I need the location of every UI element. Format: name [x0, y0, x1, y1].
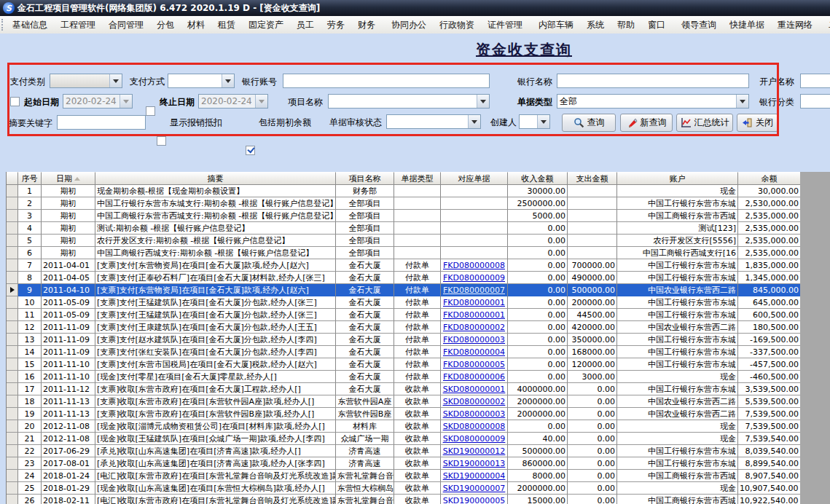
query-button[interactable]: 查询: [562, 114, 616, 132]
chevron-down-icon[interactable]: [477, 95, 489, 108]
doc-link[interactable]: FKD080000009: [443, 273, 505, 283]
table-row[interactable]: 242018-01-24[电汇]收取[东营市政府]在项目[东营礼堂舞台音响及灯光…: [7, 470, 801, 482]
menu-item-材料[interactable]: 材料: [181, 20, 211, 30]
chevron-down-icon[interactable]: [109, 74, 122, 87]
doc-link[interactable]: FKD080000003: [443, 335, 505, 344]
chevron-down-icon[interactable]: [736, 95, 748, 108]
doc-link[interactable]: SKD190000012: [443, 446, 506, 456]
table-row[interactable]: 202012-11-08[现金]收取[淄博元成物资租赁公司]在项目[材料库]款项…: [7, 420, 801, 433]
doc-link[interactable]: FKD080000002: [443, 323, 505, 332]
menu-grip-icon[interactable]: [1, 19, 3, 31]
table-row[interactable]: 112011-05-09[支票]支付[王猛建筑队]在项目[金石大厦]分包款,经办…: [7, 309, 801, 321]
menu-item-行政物资[interactable]: 行政物资: [433, 20, 481, 30]
menu-item-租赁[interactable]: 租赁: [211, 20, 242, 30]
chevron-down-icon[interactable]: [222, 74, 234, 87]
menu-item-劳务[interactable]: 劳务: [321, 20, 351, 30]
menu-item-工程管理[interactable]: 工程管理: [54, 20, 102, 30]
menu-item-财务[interactable]: 财务: [351, 20, 382, 30]
doc-link[interactable]: FKD080000001: [443, 310, 505, 320]
table-row[interactable]: 222017-06-29[承兑]收取[山东高速集团]在项目[济青高速]款项,经办…: [7, 445, 801, 457]
creator-select[interactable]: [519, 114, 550, 129]
menu-item-分包[interactable]: 分包: [150, 20, 181, 30]
table-row[interactable]: 122011-11-09[支票]支付[王康建筑队]在项目[金石大厦]分包款,经办…: [7, 321, 801, 334]
table-row[interactable]: 3期初中国工商银行东营市西城支行:期初余额 -根据【银行账户信息登记】全部项目5…: [7, 210, 801, 222]
table-row[interactable]: 232017-08-01[承兑]收取[山东高速集团]在项目[济青高速]款项,经办…: [7, 457, 801, 470]
doc-link[interactable]: SKD190000007: [443, 484, 506, 493]
close-button[interactable]: 关闭: [737, 114, 778, 132]
doc-link[interactable]: SKD190000013: [443, 459, 506, 468]
doc-link[interactable]: FKD080000005: [443, 360, 505, 369]
end-date-checkbox[interactable]: [146, 106, 155, 116]
payment-method-select[interactable]: [168, 74, 235, 88]
table-row[interactable]: 5期初农行开发区支行:期初余额 -根据【银行账户信息登记】全部项目0.00农行开…: [7, 235, 801, 247]
column-header-账户[interactable]: 账户: [617, 172, 738, 185]
project-name-select[interactable]: [328, 94, 490, 109]
doc-link[interactable]: SKD080000002: [443, 397, 506, 406]
chevron-down-icon[interactable]: [255, 95, 267, 108]
window-titlebar[interactable]: S 金石工程项目管理软件(网络集团版) 6.472 2020.1.19 D - …: [0, 0, 830, 16]
menu-item-二次开发[interactable]: 二次开发: [822, 20, 830, 30]
table-row[interactable]: 82011-04-05[支票]支付[正泰砂石料厂]在项目[金石大厦]材料款,经办…: [7, 272, 801, 284]
table-row[interactable]: 132011-11-09[支票]支付[赵水建筑队]在项目[金石大厦]分包款,经办…: [7, 334, 801, 346]
column-header-余额[interactable]: 余额: [738, 172, 801, 185]
doc-link[interactable]: SKD190000005: [443, 496, 506, 504]
menu-item-合同管理[interactable]: 合同管理: [102, 20, 150, 30]
table-row[interactable]: 212012-11-08[现金]收取[王猛建筑队]在项目[众城广场一期]款项,经…: [7, 433, 801, 445]
chevron-down-icon[interactable]: [537, 115, 549, 128]
bank-name-input[interactable]: [557, 74, 749, 88]
table-row[interactable]: 92011-04-10[支票]支付[东营物资局]在项目[金石大厦]款项,经办人[…: [7, 284, 801, 296]
doc-link[interactable]: FKD080000008: [443, 261, 505, 270]
doc-link[interactable]: FKD080000004: [443, 347, 505, 357]
column-header-对应单据[interactable]: 对应单据: [441, 172, 508, 185]
doc-link[interactable]: SKD080000003: [443, 409, 506, 419]
menu-item-基础信息[interactable]: 基础信息: [6, 20, 54, 30]
payment-category-select[interactable]: [50, 74, 122, 88]
table-row[interactable]: 172011-11-12[支票]收取[东营市政府]在项目[金石大厦]工程款,经办…: [7, 383, 801, 395]
table-row[interactable]: 252018-01-29[现金]收取[山东高速集团]在项目[东营恒大棕榈岛]款项…: [7, 482, 801, 495]
account-holder-input[interactable]: [800, 74, 830, 88]
doc-link[interactable]: SKD080000008: [443, 422, 506, 431]
doc-link[interactable]: FKD080000001: [443, 298, 505, 307]
include-opening-checkbox[interactable]: [246, 146, 255, 155]
table-row[interactable]: 182011-11-13[支票]收取[东营市政府]在项目[东营软件园A座]款项,…: [7, 395, 801, 408]
bank-category-input[interactable]: [800, 94, 830, 109]
table-row[interactable]: 4期初测试:期初余额 -根据【银行账户信息登记】全部项目0.00测试[123]2…: [7, 222, 801, 235]
menu-item-快捷单据[interactable]: 快捷单据: [723, 20, 771, 30]
menu-item-员工[interactable]: 员工: [290, 20, 321, 30]
menu-item-固定资产[interactable]: 固定资产: [242, 20, 290, 30]
table-row[interactable]: 262018-02-11[电汇]收取[东营市政府]在项目[东营礼堂舞台音响及灯光…: [7, 495, 801, 504]
menu-item-窗口[interactable]: 窗口: [641, 20, 672, 30]
start-date-checkbox[interactable]: [10, 97, 20, 106]
menu-item-系统[interactable]: 系统: [580, 20, 611, 30]
column-header-项目名称[interactable]: 项目名称: [336, 172, 394, 185]
keyword-input[interactable]: [57, 115, 146, 130]
chevron-down-icon[interactable]: [120, 95, 132, 108]
summarize-button[interactable]: 汇总统计: [676, 114, 733, 132]
doc-link[interactable]: SKD190000004: [443, 471, 506, 481]
table-row[interactable]: 142011-11-09[支票]支付[张红安装队]在项目[金石大厦]分包款,经办…: [7, 346, 801, 358]
doc-link[interactable]: SKD080000009: [443, 434, 506, 444]
column-header-日期[interactable]: 日期: [42, 172, 95, 185]
menu-item-内部车辆[interactable]: 内部车辆: [532, 20, 580, 30]
menu-item-帮助[interactable]: 帮助: [611, 20, 641, 30]
doc-type-select[interactable]: 全部: [557, 94, 749, 109]
chevron-down-icon[interactable]: [468, 115, 480, 128]
table-row[interactable]: 72011-04-01[支票]支付[东营物资局]在项目[金石大厦]款项,经办人[…: [7, 259, 801, 272]
doc-link[interactable]: FKD080000007: [443, 286, 505, 295]
column-header-单据类型[interactable]: 单据类型: [394, 172, 441, 185]
table-row[interactable]: 2期初中国工行银行东营市东城支行:期初余额 -根据【银行账户信息登记】全部项目2…: [7, 197, 801, 210]
new-query-button[interactable]: 新查询: [620, 114, 673, 132]
bank-account-input[interactable]: [283, 74, 490, 88]
menu-item-领导查询[interactable]: 领导查询: [675, 20, 723, 30]
column-header-支出金额[interactable]: 支出金额: [568, 172, 617, 185]
table-row[interactable]: 152011-11-10[支票]支付[东营市国税局]在项目[金石大厦]税款,经办…: [7, 358, 801, 371]
end-date-select[interactable]: 2020-02-24: [198, 94, 268, 109]
menu-item-协同办公[interactable]: 协同办公: [385, 20, 433, 30]
audit-status-select[interactable]: [386, 114, 481, 129]
table-row[interactable]: 6期初中国工商银行西城支行:期初余额 -根据【银行账户信息登记】全部项目0.00…: [7, 247, 801, 259]
doc-link[interactable]: FKD080000006: [443, 372, 505, 382]
table-row[interactable]: 162011-11-10[现金]支付[零星]在项目[金石大厦]零星款,经办人[]…: [7, 371, 801, 383]
start-date-select[interactable]: 2020-02-24: [63, 94, 133, 109]
show-deduction-checkbox[interactable]: [157, 136, 166, 146]
column-header-收入金额[interactable]: 收入金额: [508, 172, 568, 185]
